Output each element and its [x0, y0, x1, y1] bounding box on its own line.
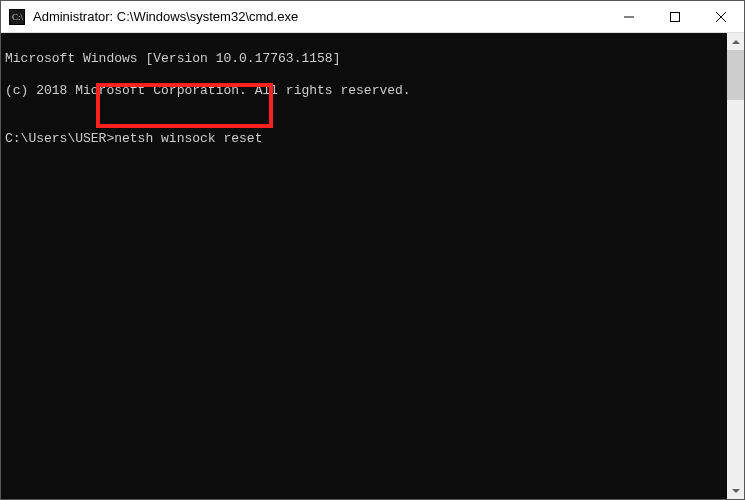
scroll-thumb[interactable]	[727, 50, 744, 100]
cmd-icon: C:\	[9, 9, 25, 25]
maximize-button[interactable]	[652, 1, 698, 33]
cmd-window: C:\ Administrator: C:\Windows\system32\c…	[0, 0, 745, 500]
window-controls	[606, 1, 744, 33]
window-title: Administrator: C:\Windows\system32\cmd.e…	[33, 9, 606, 24]
close-button[interactable]	[698, 1, 744, 33]
version-line: Microsoft Windows [Version 10.0.17763.11…	[5, 51, 723, 67]
svg-marker-7	[732, 40, 740, 44]
vertical-scrollbar[interactable]	[727, 33, 744, 499]
svg-text:C:\: C:\	[12, 12, 24, 22]
scroll-down-button[interactable]	[727, 482, 744, 499]
terminal[interactable]: Microsoft Windows [Version 10.0.17763.11…	[1, 33, 727, 499]
svg-rect-4	[671, 12, 680, 21]
minimize-button[interactable]	[606, 1, 652, 33]
scroll-up-button[interactable]	[727, 33, 744, 50]
prompt-text: C:\Users\USER>	[5, 131, 114, 146]
copyright-line: (c) 2018 Microsoft Corporation. All righ…	[5, 83, 723, 99]
titlebar[interactable]: C:\ Administrator: C:\Windows\system32\c…	[1, 1, 744, 33]
svg-marker-8	[732, 489, 740, 493]
terminal-area: Microsoft Windows [Version 10.0.17763.11…	[1, 33, 744, 499]
prompt-line: C:\Users\USER>netsh winsock reset	[5, 131, 723, 147]
scroll-track[interactable]	[727, 50, 744, 482]
command-text: netsh winsock reset	[114, 131, 262, 146]
